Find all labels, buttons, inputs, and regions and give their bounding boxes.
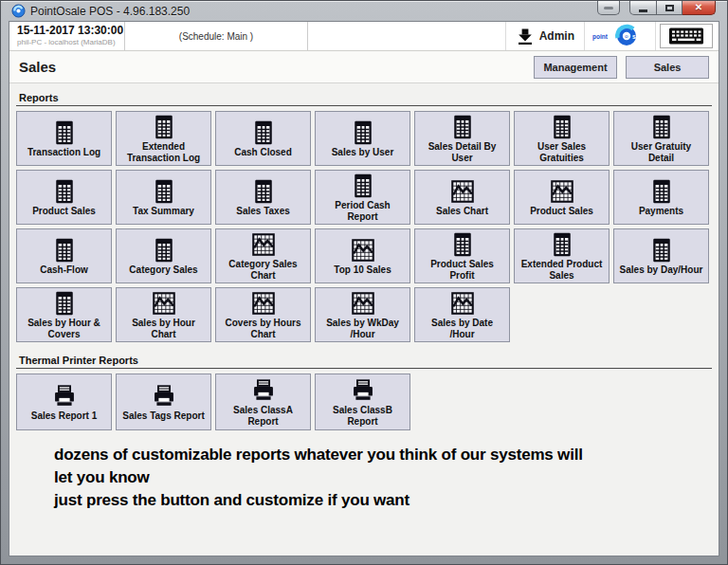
- admin-label: Admin: [539, 29, 574, 43]
- window-controls: ✕: [597, 1, 719, 21]
- close-button[interactable]: ✕: [682, 1, 716, 15]
- chart-icon: [250, 290, 277, 317]
- svg-text:sale: sale: [632, 33, 645, 40]
- report-button-label: Product Sales: [529, 205, 594, 217]
- thermal-report-button-sales-tags-report[interactable]: Sales Tags Report: [116, 374, 211, 430]
- minimize-button[interactable]: [629, 1, 657, 15]
- report-button-cash-flow[interactable]: Cash-Flow: [16, 228, 112, 283]
- report-button-covers-by-hours-chart[interactable]: Covers by Hours Chart: [215, 287, 311, 342]
- report-button-sales-by-hour-chart[interactable]: Sales by Hour Chart: [116, 287, 211, 342]
- report-button-tax-summary[interactable]: Tax Summary: [116, 170, 211, 225]
- table-icon: [51, 119, 78, 146]
- window-title: PointOsale POS - 4.96.183.250: [30, 5, 190, 18]
- report-button-sales-by-hour-covers[interactable]: Sales by Hour & Covers: [16, 287, 112, 342]
- thermal-section-label: Thermal Printer Reports: [16, 355, 712, 369]
- report-button-label: Sales by Hour & Covers: [19, 317, 109, 340]
- report-button-period-cash-report[interactable]: Period Cash Report: [315, 170, 410, 225]
- table-icon: [449, 114, 476, 140]
- report-button-label: Top 10 Sales: [333, 264, 391, 276]
- report-button-sales-by-day-hour[interactable]: Sales by Day/Hour: [613, 228, 709, 283]
- report-button-label: Sales Detail By User: [417, 140, 507, 164]
- report-button-payments[interactable]: Payments: [613, 170, 709, 225]
- thermal-report-button-sales-classb-report[interactable]: Sales ClassB Report: [315, 374, 410, 430]
- table-icon: [648, 237, 675, 264]
- table-icon: [449, 231, 476, 258]
- report-button-label: Extended Product Sales: [517, 258, 607, 282]
- table-icon: [549, 114, 575, 140]
- report-button-sales-by-wkday-hour[interactable]: Sales by WkDay /Hour: [315, 287, 410, 342]
- report-button-label: Sales by Day/Hour: [619, 264, 704, 276]
- app-window: PointOsale POS - 4.96.183.250 ✕ 15-11-20…: [0, 0, 728, 565]
- table-icon: [350, 173, 376, 199]
- table-icon: [51, 237, 78, 264]
- datetime-cell: 15-11-2017 13:30:00 phil-PC - localhost …: [9, 22, 125, 50]
- report-button-label: Period Cash Report: [318, 199, 408, 223]
- report-button-sales-detail-by-user[interactable]: Sales Detail By User: [414, 111, 510, 166]
- printer-icon: [51, 383, 78, 410]
- thermal-report-button-sales-classa-report[interactable]: Sales ClassA Report: [215, 374, 311, 430]
- management-button[interactable]: Management: [534, 56, 617, 79]
- report-button-label: Sales Chart: [435, 205, 489, 217]
- thermal-report-button-sales-report-1[interactable]: Sales Report 1: [16, 374, 112, 430]
- report-button-label: Sales by User: [331, 146, 395, 158]
- report-button-label: Sales Taxes: [235, 205, 291, 217]
- report-button-label: Category Sales Chart: [218, 258, 308, 282]
- report-button-label: Tax Summary: [132, 205, 195, 217]
- report-button-product-sales[interactable]: Product Sales: [514, 170, 610, 225]
- report-button-user-gratuity-detail[interactable]: User Gratuity Detail: [613, 111, 709, 166]
- table-icon: [648, 178, 675, 205]
- report-button-top-10-sales[interactable]: Top 10 Sales: [315, 228, 410, 283]
- svg-text:point: point: [592, 33, 609, 41]
- promo-line-1: dozens of customizable reports whatever …: [54, 444, 712, 466]
- schedule-text: (Schedule: Main ): [179, 31, 253, 42]
- table-icon: [151, 178, 177, 205]
- title-bar[interactable]: PointOsale POS - 4.96.183.250 ✕: [9, 1, 719, 21]
- admin-button[interactable]: Admin: [505, 22, 585, 50]
- report-button-sales-taxes[interactable]: Sales Taxes: [215, 170, 311, 225]
- thermal-grid: Sales Report 1Sales Tags ReportSales Cla…: [16, 374, 712, 430]
- table-icon: [250, 119, 277, 146]
- thermal-report-button-label: Sales Report 1: [30, 410, 98, 422]
- close-icon: ✕: [695, 3, 702, 12]
- report-button-sales-by-date-hour[interactable]: Sales by Date /Hour: [414, 287, 510, 342]
- header-spacer: [308, 22, 505, 50]
- report-button-label: Covers by Hours Chart: [218, 317, 308, 340]
- app-logo-icon: [11, 4, 26, 18]
- report-button-extended-product-sales[interactable]: Extended Product Sales: [514, 228, 610, 283]
- thermal-report-button-label: Sales ClassB Report: [318, 404, 408, 428]
- promo-line-2: let you know: [54, 466, 712, 489]
- report-button-label: User Gratuity Detail: [616, 140, 706, 164]
- keyboard-button[interactable]: [660, 24, 713, 48]
- report-button-transaction-log[interactable]: Transaction Log: [16, 111, 112, 166]
- chart-icon: [449, 178, 476, 205]
- chart-icon: [350, 237, 376, 264]
- report-button-category-sales[interactable]: Category Sales: [116, 228, 211, 283]
- sales-button[interactable]: Sales: [626, 56, 709, 79]
- report-button-label: Product Sales Profit: [417, 258, 507, 282]
- info-header: 15-11-2017 13:30:00 phil-PC - localhost …: [9, 22, 719, 51]
- report-button-sales-by-user[interactable]: Sales by User: [315, 111, 410, 166]
- report-button-sales-chart[interactable]: Sales Chart: [414, 170, 510, 225]
- report-button-user-sales-gratuities[interactable]: User Sales Gratuities: [514, 111, 610, 166]
- pin-icon: [604, 7, 613, 9]
- schedule-cell: (Schedule: Main ): [125, 22, 308, 50]
- report-button-label: Payments: [638, 205, 684, 217]
- table-icon: [151, 114, 177, 140]
- report-button-label: Cash Closed: [233, 146, 293, 158]
- maximize-button[interactable]: [657, 1, 682, 15]
- report-button-label: Cash-Flow: [39, 264, 89, 276]
- down-arrow-icon: [516, 27, 535, 46]
- window-pin-button[interactable]: [597, 1, 620, 15]
- report-button-extended-transaction-log[interactable]: Extended Transaction Log: [116, 111, 211, 166]
- report-button-cash-closed[interactable]: Cash Closed: [215, 111, 311, 166]
- printer-icon: [350, 377, 376, 404]
- report-button-label: Sales by Hour Chart: [118, 317, 209, 340]
- table-icon: [648, 114, 675, 140]
- report-button-product-sales-profit[interactable]: Product Sales Profit: [414, 228, 510, 283]
- report-button-label: Sales by Date /Hour: [417, 317, 507, 340]
- reports-grid: Transaction LogExtended Transaction LogC…: [16, 111, 712, 342]
- minimize-icon: [639, 9, 647, 12]
- table-icon: [51, 178, 78, 205]
- report-button-category-sales-chart[interactable]: Category Sales Chart: [215, 228, 311, 283]
- report-button-product-sales[interactable]: Product Sales: [16, 170, 112, 225]
